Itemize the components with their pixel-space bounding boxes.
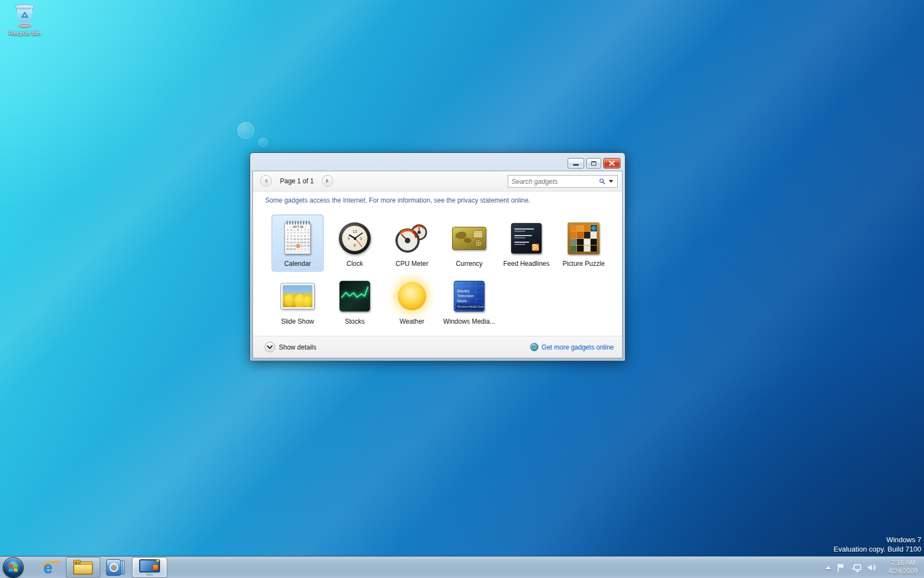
gadget-label: Picture Puzzle [563,260,605,268]
gadget-label: Stocks [345,318,365,325]
window-footer: Show details Get more gadgets online [253,336,622,358]
gadget-label: Weather [399,318,424,325]
start-button[interactable] [3,557,24,578]
gadget-gallery-icon: ✦ [139,559,160,576]
calendar-gadget-icon: ◂OCT 06▸ SMTWTFS 24252627282930123456789… [284,219,311,258]
gadget-slide-show[interactable]: Slide Show [272,272,323,329]
internet-explorer-icon: e [43,559,53,576]
gadget-label: Feed Headlines [503,260,549,268]
gadget-picture-puzzle[interactable]: Picture Puzzle [558,215,609,271]
cpu-meter-gadget-icon [395,219,429,258]
gadget-label: Calendar [284,260,311,268]
gadget-stocks[interactable]: Stocks [329,272,381,329]
gadget-grid: ◂OCT 06▸ SMTWTFS 24252627282930123456789… [272,215,618,329]
stocks-gadget-icon [339,277,370,315]
speaker-icon [867,563,877,572]
gadget-label: Slide Show [281,318,314,325]
clock-time: 7:16 AM [884,559,922,568]
search-box [508,175,618,188]
network-icon [851,563,862,572]
taskbar-item-windows-explorer[interactable] [66,557,100,577]
search-input[interactable] [508,178,599,186]
windows-logo-icon [8,562,19,573]
rss-icon [532,244,539,251]
gadget-clock[interactable]: 123 69 Clock [329,215,381,271]
close-button[interactable] [603,158,620,168]
calendar-spiral [287,221,310,225]
page-navigation: Page 1 of 1 [260,175,333,187]
expander-button[interactable] [265,342,275,352]
gadget-currency[interactable]: Currency [443,215,495,271]
flag-icon [837,563,845,572]
show-hidden-icons-button[interactable] [826,566,831,569]
taskbar-item-media-player[interactable] [105,557,127,578]
recycle-arrows-icon [20,11,30,21]
taskbar-item-internet-explorer[interactable]: e [37,557,58,578]
arrow-left-icon [264,178,268,183]
gadget-label: CPU Meter [395,260,428,268]
gadget-weather[interactable]: Weather [386,272,438,329]
recycle-bin-label: Recycle Bin [4,30,45,36]
wallpaper-bubble [238,122,254,139]
taskbar-clock[interactable]: 7:16 AM 4/24/2009 [884,559,922,576]
windows-media-gadget-icon: MoviesTelevisionMusic Windows Media Cent… [454,277,485,315]
taskbar: e ✦ [0,556,924,578]
get-more-gadgets-link[interactable]: Get more gadgets online [530,343,614,351]
clock-date: 4/24/2009 [884,568,922,576]
maximize-button[interactable] [586,158,601,168]
maximize-icon [591,161,596,166]
globe-icon [530,343,538,351]
page-label: Page 1 of 1 [280,177,314,185]
network-status-button[interactable] [851,563,862,572]
action-center-button[interactable] [837,563,845,572]
volume-button[interactable] [867,563,877,572]
weather-gadget-icon [398,277,426,315]
gadget-gallery-window: Page 1 of 1 Some gadgets access the Inte… [250,152,625,361]
next-page-button[interactable] [322,175,333,187]
minimize-button[interactable] [568,158,584,168]
get-more-gadgets-label: Get more gadgets online [542,343,614,351]
chevron-down-icon [267,345,273,350]
window-content: Page 1 of 1 Some gadgets access the Inte… [252,171,623,358]
currency-gadget-icon [452,219,486,258]
gadget-calendar[interactable]: ◂OCT 06▸ SMTWTFS 24252627282930123456789… [272,215,323,271]
gadget-label: Currency [456,260,483,268]
gadget-label: Windows Media... [443,318,496,325]
taskbar-item-gadget-gallery[interactable]: ✦ [132,557,167,577]
wallpaper-bubble [258,138,268,147]
clock-gadget-icon: 123 69 [339,219,371,258]
recycle-bin[interactable]: Recycle Bin [4,3,45,36]
window-header: Page 1 of 1 [253,171,622,192]
show-details-button[interactable]: Show details [265,342,316,352]
system-tray: 7:16 AM 4/24/2009 [823,557,922,578]
minimize-icon [573,164,579,166]
feed-headlines-gadget-icon [511,219,542,258]
close-icon [609,161,615,166]
search-icon[interactable] [599,177,606,186]
privacy-info-text[interactable]: Some gadgets access the Internet. For mo… [253,192,622,204]
search-dropdown-arrow-icon[interactable] [609,180,613,183]
gadget-label: Clock [346,260,363,268]
build-watermark: Windows 7 Evaluation copy. Build 7100 [834,535,921,554]
gadget-cpu-meter[interactable]: CPU Meter [386,215,438,271]
show-details-label: Show details [279,343,316,351]
prev-page-button[interactable] [260,175,272,187]
up-arrow-icon [826,566,831,569]
slide-show-gadget-icon [281,277,314,315]
media-player-icon [106,559,125,576]
picture-puzzle-gadget-icon [568,219,600,258]
gadget-windows-media[interactable]: MoviesTelevisionMusic Windows Media Cent… [443,272,495,329]
arrow-right-icon [326,178,329,183]
gadget-feed-headlines[interactable]: Feed Headlines [501,215,552,271]
recycle-bin-icon [15,3,35,29]
folder-icon [73,560,93,575]
